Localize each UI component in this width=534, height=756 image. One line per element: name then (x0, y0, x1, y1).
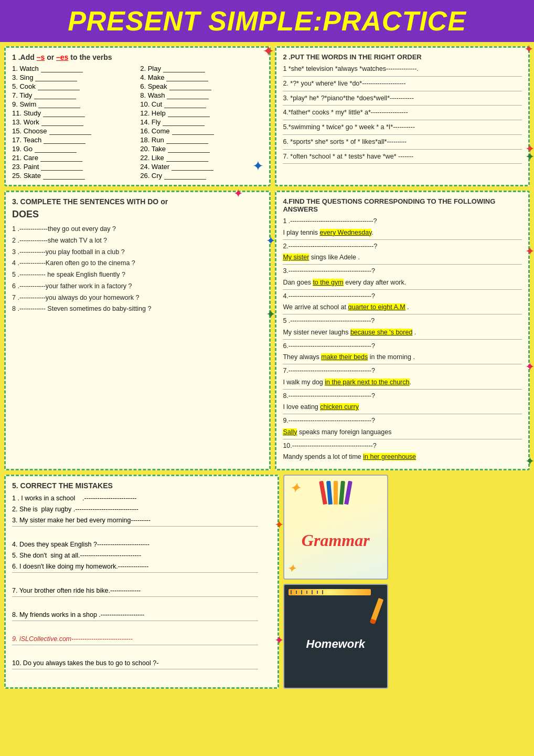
page-title: PRESENT SIMPLE:PRACTICE (0, 0, 534, 42)
section-1: ✦ 1 .Add –s or –es to the verbs 1. Watch… (4, 46, 271, 186)
grammar-image: Grammar ✦ (283, 475, 388, 580)
section-2-title: 2 .PUT THE WORDS IN THE RIGHT ORDER (283, 53, 522, 61)
section-4-items: 1 .-------------------------------------… (283, 216, 522, 462)
section-5-title: 5. CORRECT THE MISTAKES (12, 481, 271, 490)
section-2: ✦ 2 .PUT THE WORDS IN THE RIGHT ORDER 1 … (275, 46, 530, 186)
section-4-title: 4.FIND THE QUESTIONS CORRESPONDING TO TH… (283, 197, 522, 213)
section-3-title: 3. COMPLETE THE SENTENCES WITH DO or (12, 197, 263, 206)
homework-image: Homework (283, 584, 388, 689)
section-5: 5. CORRECT THE MISTAKES 1 . I works in a… (4, 475, 279, 689)
does-label: DOES (12, 209, 263, 220)
section-1-title: 1 .Add –s or –es to the verbs (12, 53, 263, 61)
section-2-sentences: 1 *she* television *always *watches-----… (283, 64, 522, 164)
section-3: ✦ 3. COMPLETE THE SENTENCES WITH DO or D… (4, 191, 271, 470)
section-5-sentences: 1 . I works in a school .---------------… (12, 493, 271, 681)
section-3-sentences: 1 .-------------they go out every day ? … (12, 224, 263, 314)
verb-grid: 1. Watch 2. Play 3. Sing 4. Make 5. Cook… (12, 65, 263, 180)
section-4: 4.FIND THE QUESTIONS CORRESPONDING TO TH… (275, 191, 530, 470)
grammar-label: Grammar (302, 531, 370, 550)
homework-label: Homework (306, 637, 365, 651)
